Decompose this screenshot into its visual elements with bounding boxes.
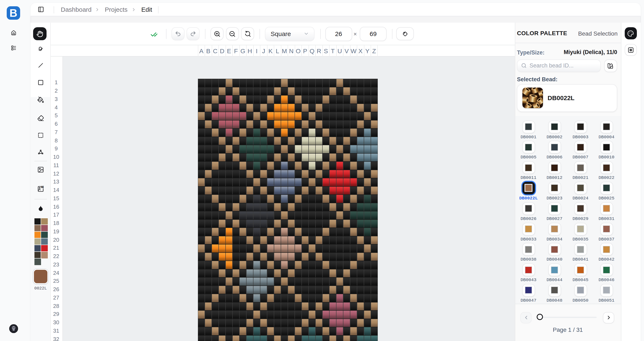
svg-text:AI: AI: [41, 186, 44, 189]
